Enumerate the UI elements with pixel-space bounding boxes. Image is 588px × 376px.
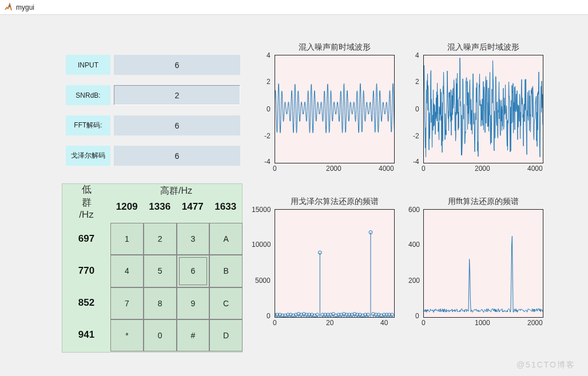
key-#[interactable]: # — [177, 319, 210, 351]
value-input: 6 — [114, 55, 240, 75]
row-header-941: 941 — [62, 319, 110, 351]
axes-fft-spectrum[interactable]: 用fft算法还原的频谱 600 400 200 0 0 1000 2000 — [423, 209, 543, 318]
ytick: -4 — [413, 158, 419, 166]
col-group-header: 高群/Hz — [110, 184, 242, 197]
plot-noisy-time — [423, 55, 543, 163]
ytick: 0 — [267, 312, 271, 320]
xtick: 2000 — [326, 165, 341, 173]
xtick: 2000 — [475, 165, 490, 173]
label-input: INPUT — [66, 55, 110, 75]
ytick: 0 — [267, 105, 271, 113]
col-header-1209: 1209 — [110, 201, 144, 219]
xtick: 20 — [326, 319, 333, 327]
key-4[interactable]: 4 — [110, 255, 144, 287]
row-header-770: 770 — [62, 255, 110, 287]
label-goertzel: 戈泽尔解码 — [66, 146, 110, 166]
xtick: 0 — [273, 319, 277, 327]
key-B[interactable]: B — [209, 255, 243, 287]
figure-canvas: INPUT 6 SNRdB: 2 FFT解码: 6 戈泽尔解码 6 低 群 /H… — [0, 15, 588, 376]
key-8[interactable]: 8 — [144, 287, 177, 319]
value-goertzel: 6 — [114, 146, 240, 166]
matlab-icon — [3, 3, 13, 12]
key-9[interactable]: 9 — [177, 287, 210, 319]
axes-title-fft: 用fft算法还原的频谱 — [423, 197, 543, 207]
key-2[interactable]: 2 — [144, 223, 177, 255]
col-headers: 1209 1336 1477 1633 — [110, 201, 242, 219]
xtick: 4000 — [527, 165, 543, 173]
xtick: 0 — [422, 165, 426, 173]
key-*[interactable]: * — [110, 319, 144, 351]
dtmf-table: 低 群 /Hz 高群/Hz 1209 1336 1477 1633 697 77… — [62, 183, 243, 353]
keypad: 123A456B789C*0#D — [110, 223, 243, 351]
key-0[interactable]: 0 — [144, 319, 177, 351]
ytick: 0 — [415, 312, 419, 320]
key-D[interactable]: D — [209, 319, 243, 351]
ytick: 4 — [267, 51, 271, 59]
ytick: 400 — [408, 241, 420, 249]
label-fft: FFT解码: — [66, 115, 110, 135]
ytick: 0 — [415, 105, 419, 113]
corner-label-1: 低 — [82, 183, 92, 196]
value-fft: 6 — [114, 115, 240, 135]
corner-label-2: 群 — [82, 196, 92, 209]
window-title: mygui — [16, 3, 34, 11]
ytick: 4 — [415, 51, 419, 59]
row-goertzel: 戈泽尔解码 6 — [66, 146, 240, 166]
col-header-1477: 1477 — [176, 201, 209, 219]
corner-label-3: /Hz — [79, 209, 94, 221]
xtick: 40 — [380, 319, 388, 327]
xtick: 0 — [273, 165, 277, 173]
watermark: @51CTO博客 — [517, 360, 575, 370]
ytick: -2 — [264, 132, 271, 140]
row-input: INPUT 6 — [66, 55, 240, 75]
ytick: 600 — [408, 206, 420, 214]
plot-goertzel — [275, 209, 395, 318]
row-header-852: 852 — [62, 287, 110, 319]
col-header-1633: 1633 — [209, 201, 243, 219]
ytick: -4 — [264, 158, 271, 166]
row-header-697: 697 — [62, 223, 110, 255]
key-A[interactable]: A — [209, 223, 243, 255]
ytick: 2 — [415, 78, 419, 86]
xtick: 2000 — [527, 319, 543, 327]
ytick: 5000 — [255, 277, 271, 285]
plot-fft — [423, 209, 543, 318]
axes-title-clean-time: 混入噪声前时域波形 — [275, 42, 395, 53]
col-header-1336: 1336 — [144, 201, 177, 219]
value-snr[interactable]: 2 — [114, 85, 240, 105]
ytick: 2 — [267, 78, 271, 86]
xtick: 4000 — [379, 165, 394, 173]
ytick: 200 — [408, 277, 420, 285]
key-6[interactable]: 6 — [177, 255, 210, 287]
axes-goertzel-spectrum[interactable]: 用戈泽尔算法还原的频谱 15000 10000 5000 0 0 20 40 — [275, 209, 395, 318]
xtick: 0 — [422, 319, 426, 327]
axes-title-goertzel: 用戈泽尔算法还原的频谱 — [275, 197, 395, 207]
axes-clean-time[interactable]: 混入噪声前时域波形 4 2 0 -2 -4 0 2000 4000 — [275, 55, 395, 163]
key-C[interactable]: C — [209, 287, 243, 319]
label-snr: SNRdB: — [66, 85, 110, 105]
row-snr: SNRdB: 2 — [66, 85, 240, 105]
key-3[interactable]: 3 — [177, 223, 210, 255]
key-1[interactable]: 1 — [110, 223, 144, 255]
axes-title-noisy-time: 混入噪声后时域波形 — [423, 42, 543, 53]
xtick: 1000 — [475, 319, 490, 327]
key-7[interactable]: 7 — [110, 287, 144, 319]
ytick: 15000 — [252, 206, 271, 214]
ytick: -2 — [413, 132, 419, 140]
key-5[interactable]: 5 — [144, 255, 177, 287]
ytick: 10000 — [252, 241, 271, 249]
corner-label: 低 群 /Hz — [62, 184, 110, 219]
title-bar: mygui — [0, 0, 588, 15]
axes-noisy-time[interactable]: 混入噪声后时域波形 4 2 0 -2 -4 0 2000 4000 — [423, 55, 543, 163]
row-fft: FFT解码: 6 — [66, 115, 240, 135]
plot-clean-time — [275, 55, 395, 163]
parameter-panel: INPUT 6 SNRdB: 2 FFT解码: 6 戈泽尔解码 6 — [66, 55, 240, 176]
